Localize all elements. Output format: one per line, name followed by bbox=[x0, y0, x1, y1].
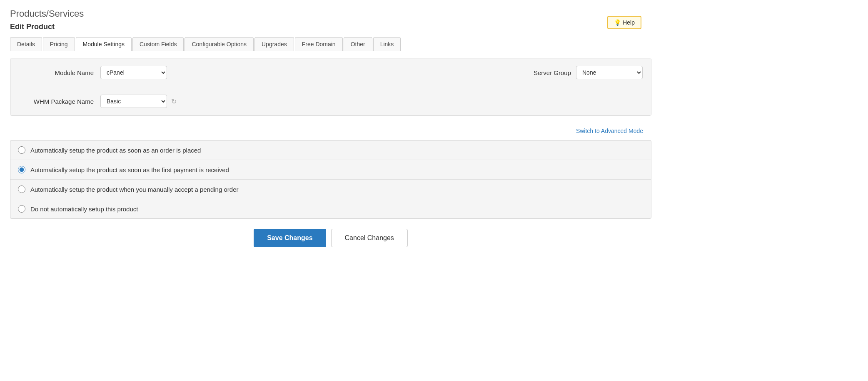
tab-pricing[interactable]: Pricing bbox=[43, 37, 75, 51]
refresh-icon[interactable]: ↻ bbox=[171, 98, 177, 105]
tab-upgrades[interactable]: Upgrades bbox=[254, 37, 294, 51]
module-settings-panel: Module Name cPanel None Other Server Gro… bbox=[10, 58, 651, 116]
radio-label-3: Automatically setup the product when you… bbox=[30, 186, 238, 193]
auto-setup-options: Automatically setup the product as soon … bbox=[10, 140, 651, 219]
module-name-row: Module Name cPanel None Other Server Gro… bbox=[10, 58, 651, 87]
module-name-select[interactable]: cPanel None Other bbox=[100, 66, 167, 79]
radio-item-4: Do not automatically setup this product bbox=[10, 199, 651, 218]
save-button[interactable]: Save Changes bbox=[254, 229, 326, 247]
advanced-mode-link[interactable]: Switch to Advanced Mode bbox=[10, 124, 651, 136]
tabs-container: Details Pricing Module Settings Custom F… bbox=[10, 37, 651, 51]
radio-manual-accept[interactable] bbox=[18, 185, 25, 193]
action-buttons: Save Changes Cancel Changes bbox=[10, 229, 651, 247]
module-name-label: Module Name bbox=[19, 69, 94, 76]
radio-item-2: Automatically setup the product as soon … bbox=[10, 160, 651, 180]
whm-package-label: WHM Package Name bbox=[19, 98, 94, 105]
radio-no-setup[interactable] bbox=[18, 205, 25, 213]
tab-configurable-options[interactable]: Configurable Options bbox=[185, 37, 254, 51]
tab-free-domain[interactable]: Free Domain bbox=[295, 37, 343, 51]
radio-item-3: Automatically setup the product when you… bbox=[10, 180, 651, 199]
cancel-button[interactable]: Cancel Changes bbox=[331, 229, 408, 247]
tab-links[interactable]: Links bbox=[373, 37, 401, 51]
radio-first-payment[interactable] bbox=[18, 166, 25, 173]
whm-package-row: WHM Package Name Basic Standard Premium … bbox=[10, 87, 651, 115]
whm-package-select[interactable]: Basic Standard Premium bbox=[100, 95, 167, 108]
server-group-select[interactable]: None Group 1 Group 2 bbox=[576, 66, 643, 79]
tab-details[interactable]: Details bbox=[10, 37, 42, 51]
section-title: Edit Product bbox=[10, 23, 651, 31]
tab-custom-fields[interactable]: Custom Fields bbox=[132, 37, 184, 51]
radio-label-4: Do not automatically setup this product bbox=[30, 206, 138, 213]
tab-other[interactable]: Other bbox=[344, 37, 372, 51]
server-group-area: Server Group None Group 1 Group 2 bbox=[534, 66, 643, 79]
radio-label-2: Automatically setup the product as soon … bbox=[30, 166, 229, 173]
radio-order-placed[interactable] bbox=[18, 146, 25, 154]
radio-label-1: Automatically setup the product as soon … bbox=[30, 147, 201, 154]
page-title: Products/Services bbox=[10, 8, 651, 19]
help-button[interactable]: 💡 Help bbox=[607, 16, 641, 29]
server-group-label: Server Group bbox=[534, 69, 571, 76]
tab-module-settings[interactable]: Module Settings bbox=[76, 37, 132, 51]
radio-item-1: Automatically setup the product as soon … bbox=[10, 140, 651, 160]
